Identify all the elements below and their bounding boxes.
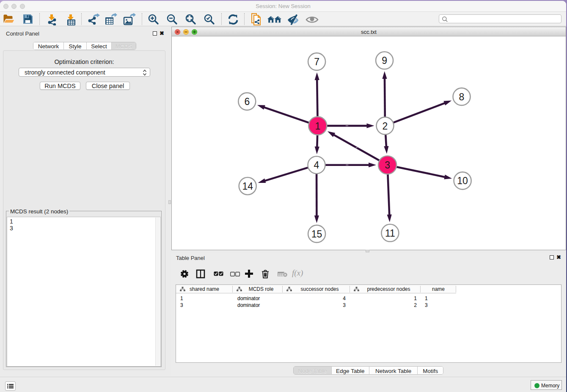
svg-text:8: 8	[459, 91, 465, 102]
svg-text:9: 9	[382, 55, 387, 66]
svg-text:7: 7	[314, 56, 319, 67]
svg-text:15: 15	[311, 229, 322, 240]
svg-text:6: 6	[244, 96, 250, 107]
svg-text:11: 11	[385, 228, 395, 239]
svg-text:2: 2	[383, 121, 388, 132]
svg-text:14: 14	[242, 181, 253, 192]
svg-text:10: 10	[457, 175, 468, 186]
svg-text:4: 4	[314, 160, 319, 171]
svg-text:3: 3	[385, 160, 390, 171]
svg-text:1: 1	[315, 121, 320, 132]
